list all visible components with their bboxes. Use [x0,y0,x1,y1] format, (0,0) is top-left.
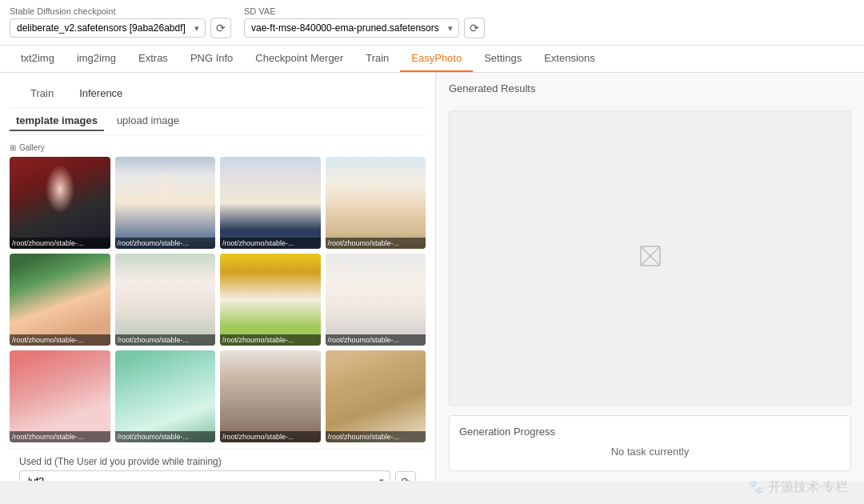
image-cell-10[interactable]: /root/zhoumo/stable-... [115,350,216,442]
image-caption-4: /root/zhoumo/stable-... [326,238,426,249]
image-placeholder-icon [639,245,662,272]
image-caption-8: /root/zhoumo/stable-... [326,334,426,346]
subtab-inference[interactable]: Inference [71,84,130,102]
image-caption-7: /root/zhoumo/stable-... [220,334,321,346]
user-id-select-wrapper[interactable]: lyf2 [19,470,390,481]
subtab-train[interactable]: Train [22,84,62,102]
image-cell-9[interactable]: /root/zhoumo/stable-... [10,350,110,442]
image-cell-6[interactable]: /root/zhoumo/stable-... [115,254,216,346]
image-cell-3[interactable]: /root/zhoumo/stable-... [220,157,321,249]
image-caption-12: /root/zhoumo/stable-... [326,431,426,442]
gallery-text: Gallery [19,143,45,152]
image-cell-8[interactable]: /root/zhoumo/stable-... [326,254,426,346]
sub-tabs: Train Inference [10,79,426,108]
tab-extensions[interactable]: Extensions [533,46,606,72]
image-caption-10: /root/zhoumo/stable-... [115,431,216,442]
image-cell-7[interactable]: /root/zhoumo/stable-... [220,254,321,346]
tab-checkpoint-merger[interactable]: Checkpoint Merger [244,46,354,72]
main-content: Train Inference template images upload i… [0,73,864,481]
tab-settings[interactable]: Settings [473,46,533,72]
image-cell-1[interactable]: /root/zhoumo/stable-... [10,157,110,249]
checkpoint-refresh-btn[interactable]: ⟳ [210,18,231,38]
vae-label: SD VAE [244,6,485,16]
vae-refresh-btn[interactable]: ⟳ [464,18,485,38]
image-caption-2: /root/zhoumo/stable-... [115,238,216,249]
tab-train[interactable]: Train [354,46,400,72]
watermark: 🐾 开源技术·专栏 [748,479,848,481]
no-task-text: No task currently [459,442,841,461]
vae-field: SD VAE vae-ft-mse-840000-ema-pruned.safe… [244,6,485,38]
watermark-text: 🐾 开源技术·专栏 [748,479,848,481]
image-cell-12[interactable]: /root/zhoumo/stable-... [326,350,426,442]
image-caption-3: /root/zhoumo/stable-... [220,238,321,249]
generated-results-area [449,110,851,406]
checkpoint-label: Stable Diffusion checkpoint [10,6,231,16]
gallery-icon: ⊞ [10,143,16,152]
left-panel: Train Inference template images upload i… [0,73,436,481]
image-cell-5[interactable]: /root/zhoumo/stable-... [10,254,110,346]
tab-txt2img[interactable]: txt2img [10,46,66,72]
tab-img2img[interactable]: img2img [66,46,127,72]
image-cell-2[interactable]: /root/zhoumo/stable-... [115,157,216,249]
tab-png-info[interactable]: PNG Info [179,46,244,72]
section-tabs: template images upload image [10,108,426,135]
checkpoint-select-wrapper[interactable]: deliberate_v2.safetensors [9aba26abdf] [10,18,206,38]
user-id-input-row: lyf2 ⟳ [19,470,416,481]
image-caption-6: /root/zhoumo/stable-... [115,334,216,346]
image-cell-4[interactable]: /root/zhoumo/stable-... [326,157,426,249]
tab-extras[interactable]: Extras [127,46,179,72]
user-id-refresh-btn[interactable]: ⟳ [395,471,416,482]
progress-title: Generation Progress [459,426,841,438]
image-caption-9: /root/zhoumo/stable-... [10,431,110,442]
image-cell-11[interactable]: /root/zhoumo/stable-... [220,350,321,442]
vae-select[interactable]: vae-ft-mse-840000-ema-pruned.safetensors [244,18,459,38]
gallery-label: ⊞ Gallery [10,143,426,152]
generated-results-title: Generated Results [449,82,851,94]
nav-tabs: txt2img img2img Extras PNG Info Checkpoi… [0,46,864,73]
tab-easyphoto[interactable]: EasyPhoto [400,46,473,72]
checkpoint-field: Stable Diffusion checkpoint deliberate_v… [10,6,231,38]
image-caption-1: /root/zhoumo/stable-... [10,238,110,249]
bottom-form: Used id (The User id you provide while t… [10,449,426,481]
checkpoint-select[interactable]: deliberate_v2.safetensors [9aba26abdf] [10,18,206,38]
user-id-row: Used id (The User id you provide while t… [19,456,416,481]
progress-section: Generation Progress No task currently [449,415,851,471]
section-tab-template[interactable]: template images [10,111,104,131]
right-panel: Generated Results Generation Progress No… [436,73,864,481]
user-id-label: Used id (The User id you provide while t… [19,456,416,467]
image-caption-11: /root/zhoumo/stable-... [220,431,321,442]
section-tab-upload[interactable]: upload image [110,111,186,131]
top-bar: Stable Diffusion checkpoint deliberate_v… [0,0,864,46]
image-caption-5: /root/zhoumo/stable-... [10,334,110,346]
vae-select-wrapper[interactable]: vae-ft-mse-840000-ema-pruned.safetensors [244,18,459,38]
user-id-select[interactable]: lyf2 [19,470,390,481]
image-grid: /root/zhoumo/stable-... /root/zhoumo/sta… [10,157,426,442]
